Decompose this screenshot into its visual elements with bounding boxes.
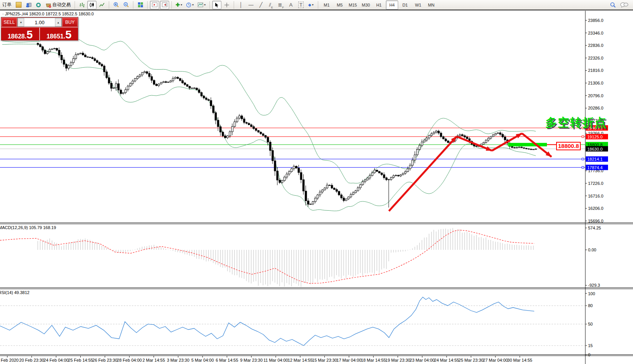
- highlight-bar: [508, 143, 547, 146]
- equidistant-channel-button[interactable]: ⫽E: [266, 1, 276, 9]
- trendline-button[interactable]: ╱: [256, 1, 266, 9]
- timeframe-mn[interactable]: MN: [425, 0, 437, 10]
- price-axis: 23856.023346.022836.022326.021816.021306…: [585, 11, 633, 364]
- svg-text:17 Mar 04:00: 17 Mar 04:00: [337, 358, 362, 362]
- navigator-icon: [25, 2, 32, 8]
- candlestick-chart-button[interactable]: [87, 1, 96, 9]
- sell-price-button[interactable]: 18628.5: [1, 28, 39, 40]
- svg-text:23346.0: 23346.0: [588, 31, 603, 35]
- svg-text:6 Mar 14:55: 6 Mar 14:55: [216, 358, 238, 362]
- toolbar-separator: [234, 1, 234, 9]
- auto-scroll-button[interactable]: [160, 1, 169, 9]
- timeframe-m1[interactable]: M1: [321, 0, 333, 10]
- svg-text:18630.0: 18630.0: [587, 147, 603, 151]
- timeframe-m15[interactable]: M15: [347, 0, 359, 10]
- chart-shift-icon: [152, 2, 158, 7]
- chart-ohlc-title: · JPN225-,H4 18620.0 18722.5 18522.5 186…: [2, 12, 94, 16]
- arrows-tool-icon: ◆: [308, 3, 311, 7]
- timeframe-h4[interactable]: H4: [386, 0, 398, 10]
- arrows-tool-button[interactable]: ◆ ▾: [306, 1, 316, 9]
- sell-button[interactable]: SELL: [2, 18, 17, 27]
- svg-text:23856.0: 23856.0: [588, 18, 603, 23]
- bar-chart-icon: [79, 2, 85, 8]
- zoom-in-button[interactable]: [111, 1, 121, 9]
- toolbar-separator: [209, 1, 210, 9]
- search-button[interactable]: [608, 1, 618, 9]
- chart-annotation-text: 多空转折点: [545, 115, 607, 131]
- text-tool-button[interactable]: A: [286, 1, 296, 9]
- candlestick-chart-icon: [89, 2, 95, 8]
- tile-windows-button[interactable]: [136, 1, 145, 9]
- ask-price-fraction: 5: [65, 30, 71, 40]
- timeframe-group: M1M5M15M30H1H4D1W1MN: [321, 0, 437, 10]
- text-tool-icon: A: [289, 2, 293, 8]
- tile-windows-icon: [138, 2, 143, 7]
- svg-text:23 Mar 04:00: 23 Mar 04:00: [410, 358, 435, 362]
- add-indicator-button[interactable]: ✚ ▾: [174, 1, 184, 9]
- svg-text:2 Mar 14:55: 2 Mar 14:55: [143, 358, 165, 362]
- toolbar-separator: [171, 1, 172, 9]
- bid-price: 18628: [8, 33, 25, 40]
- signals-icon: [36, 3, 41, 7]
- crosshair-icon: [224, 2, 229, 8]
- svg-text:27 Mar 04:00: 27 Mar 04:00: [483, 358, 508, 362]
- buy-price-button[interactable]: 18651.5: [40, 28, 78, 40]
- toolbar-separator: [318, 1, 318, 9]
- svg-text:15: 15: [588, 343, 593, 348]
- svg-text:25 Mar 23:30: 25 Mar 23:30: [459, 358, 483, 362]
- chart-canvas[interactable]: 23856.023346.022836.022326.021816.021306…: [0, 0, 633, 364]
- chart-background: [0, 11, 633, 364]
- timeframe-w1[interactable]: W1: [412, 0, 424, 10]
- svg-text:12 Mar 14:55: 12 Mar 14:55: [288, 358, 313, 362]
- crosshair-button[interactable]: [222, 1, 231, 9]
- text-label-button[interactable]: T: [296, 1, 306, 9]
- periods-button[interactable]: ▾: [184, 1, 195, 9]
- signals-button[interactable]: [34, 1, 43, 9]
- zoom-out-button[interactable]: [121, 1, 131, 9]
- line-chart-button[interactable]: [97, 1, 106, 9]
- autotrading-button[interactable]: 自动交易: [44, 1, 72, 9]
- fibonacci-button[interactable]: ≣F: [276, 1, 286, 9]
- market-watch-button[interactable]: [14, 1, 23, 9]
- svg-text:30 Mar 14:55: 30 Mar 14:55: [507, 358, 532, 362]
- timeframe-m5[interactable]: M5: [334, 0, 346, 10]
- search-icon: [610, 2, 616, 8]
- svg-text:16716.0: 16716.0: [588, 194, 603, 198]
- timeframe-d1[interactable]: D1: [399, 0, 411, 10]
- new-order-button[interactable]: 订单: [1, 1, 13, 9]
- volume-increase-button[interactable]: ▲: [55, 18, 61, 27]
- svg-text:20796.0: 20796.0: [588, 93, 603, 98]
- chevron-down-icon: ▾: [181, 3, 182, 7]
- chevron-down-icon: ▾: [204, 3, 206, 7]
- buy-button[interactable]: BUY: [62, 18, 78, 27]
- svg-text:20 Feb 23:30: 20 Feb 23:30: [19, 358, 44, 362]
- timeframe-m30[interactable]: M30: [360, 0, 372, 10]
- vertical-line-button[interactable]: │: [236, 1, 246, 9]
- chart-title-text: JPN225-,H4 18620.0 18722.5 18522.5 18630…: [5, 12, 94, 16]
- svg-text:19125.0: 19125.0: [587, 135, 603, 139]
- add-indicator-icon: ✚: [176, 2, 180, 8]
- svg-text:18 Mar 14:55: 18 Mar 14:55: [361, 358, 386, 362]
- volume-decrease-button[interactable]: ▼: [18, 18, 24, 27]
- horizontal-line-button[interactable]: —: [246, 1, 256, 9]
- timeframe-h1[interactable]: H1: [373, 0, 385, 10]
- chat-icon: [620, 2, 628, 8]
- macd-indicator-label: MACD(12,26,9) 105.79 168.19: [0, 225, 56, 230]
- templates-button[interactable]: ▾: [196, 1, 207, 9]
- svg-text:15 Mar 23:30: 15 Mar 23:30: [312, 358, 337, 362]
- template-icon: [198, 2, 203, 7]
- svg-text:22326.0: 22326.0: [588, 56, 603, 60]
- chat-button[interactable]: [618, 1, 630, 9]
- cursor-button[interactable]: [212, 1, 221, 9]
- svg-text:19 Mar 23:30: 19 Mar 23:30: [385, 358, 410, 362]
- chart-shift-button[interactable]: [150, 1, 159, 9]
- vertical-line-icon: │: [239, 2, 243, 7]
- svg-text:22836.0: 22836.0: [588, 43, 603, 48]
- navigator-button[interactable]: [24, 1, 33, 9]
- svg-text:26 Feb 23:30: 26 Feb 23:30: [93, 358, 118, 362]
- svg-text:24 Feb 04:00: 24 Feb 04:00: [44, 358, 69, 362]
- volume-input[interactable]: 1.00: [24, 18, 55, 27]
- bar-chart-button[interactable]: [77, 1, 86, 9]
- cursor-icon: [214, 2, 219, 8]
- svg-text:Feb 2020: Feb 2020: [1, 358, 18, 362]
